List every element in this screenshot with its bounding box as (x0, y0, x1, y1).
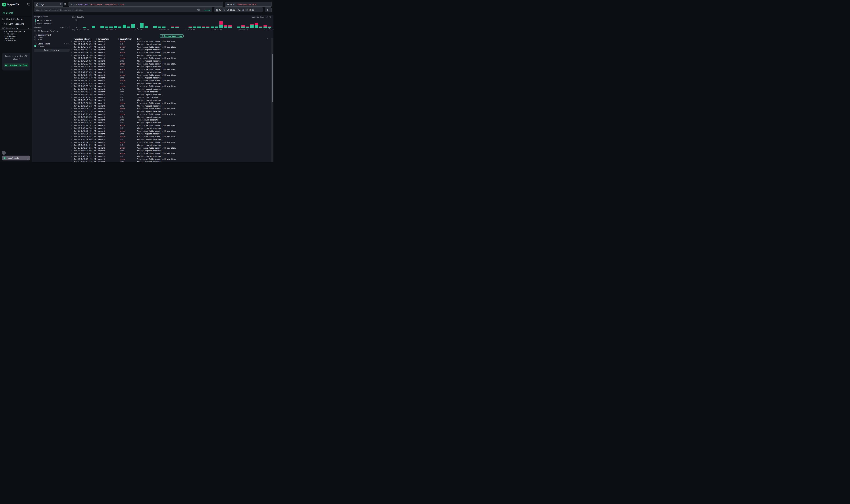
table-row[interactable]: ›May 15 1:42:05.450 PMpaymentinfoCharge … (70, 71, 271, 74)
table-row[interactable]: ›May 15 1:40:44.563 PMpaymenterrorVisa c… (70, 124, 271, 127)
column-header-body[interactable]: Body (137, 38, 141, 40)
table-menu-icon[interactable] (267, 38, 268, 40)
row-expand-chevron-icon[interactable]: › (71, 83, 72, 84)
row-expand-chevron-icon[interactable]: › (71, 113, 72, 115)
table-row[interactable]: ›May 15 1:41:53.260 PMpaymentinfoCharge … (70, 93, 271, 96)
row-expand-chevron-icon[interactable]: › (71, 77, 72, 79)
run-query-button[interactable] (265, 7, 272, 12)
table-row[interactable]: ›May 15 1:42:13.055 PMpaymenterrorVisa c… (70, 62, 271, 66)
row-expand-chevron-icon[interactable]: › (71, 43, 72, 45)
table-row[interactable]: ›May 15 1:42:01.814 PMpaymentinfoCharge … (70, 82, 271, 85)
row-expand-chevron-icon[interactable]: › (71, 111, 72, 112)
row-expand-chevron-icon[interactable]: › (71, 152, 72, 154)
table-row[interactable]: ›May 15 1:40:44.546 PMpaymentinfoCharge … (70, 127, 271, 130)
table-row[interactable]: ›May 15 1:41:47.766 PMpaymentinfoCharge … (70, 99, 271, 102)
language-toggle[interactable]: SQL | Lucene (197, 9, 210, 11)
table-row[interactable]: ›May 15 1:42:50.843 PMpaymenterrorVisa c… (70, 40, 271, 43)
table-row[interactable]: ›May 15 1:41:57.183 PMpaymenterrorVisa c… (70, 85, 271, 88)
row-expand-chevron-icon[interactable]: › (71, 116, 72, 118)
search-input[interactable] (34, 8, 212, 12)
mode-event-patterns[interactable]: Event Patterns (35, 22, 68, 25)
row-expand-chevron-icon[interactable]: › (71, 158, 72, 160)
row-expand-chevron-icon[interactable]: › (71, 147, 72, 149)
table-row[interactable]: ›May 15 1:42:26.920 PMpaymentinfoCharge … (70, 60, 271, 62)
table-row[interactable]: ›May 15 1:41:14.373 PMpaymentinfoTransac… (70, 119, 271, 121)
filter-option-error[interactable]: error (38, 36, 43, 38)
row-expand-chevron-icon[interactable]: › (71, 161, 72, 162)
column-header-timestamp[interactable]: Timestamp (Local) (74, 38, 91, 40)
table-row[interactable]: ›May 15 1:40:24.219 PMpaymenterrorVisa c… (70, 141, 271, 144)
sidebar-item-search[interactable]: Search (0, 11, 33, 15)
collapse-sidebar-icon[interactable] (27, 3, 30, 6)
row-expand-chevron-icon[interactable]: › (71, 88, 72, 90)
gear-icon[interactable]: ⚙ (64, 3, 66, 5)
row-expand-chevron-icon[interactable]: › (71, 69, 72, 70)
table-row[interactable]: ›May 15 1:40:26.445 PMpaymenterrorVisa c… (70, 135, 271, 138)
table-row[interactable]: ›May 15 1:42:01.824 PMpaymenterrorVisa c… (70, 79, 271, 82)
row-expand-chevron-icon[interactable]: › (71, 80, 72, 82)
table-row[interactable]: ›May 15 1:42:43.360 PMpaymenterrorVisa c… (70, 46, 271, 49)
table-row[interactable]: ›May 15 1:41:25.373 PMpaymenterrorVisa c… (70, 107, 271, 110)
table-row[interactable]: ›May 15 1:40:07.413 PMpaymenterrorVisa c… (70, 158, 271, 161)
order-by-input[interactable]: ORDER BY TimestampTime DESC (225, 2, 272, 7)
row-expand-chevron-icon[interactable]: › (71, 96, 72, 98)
table-row[interactable]: ›May 15 1:42:04.376 PMpaymentinfoCharge … (70, 76, 271, 79)
create-dashboard-button[interactable]: + Create Dashboard (4, 31, 25, 33)
source-select[interactable]: Logs (34, 2, 63, 7)
user-menu[interactable]: U Local mode (2, 156, 30, 160)
row-expand-chevron-icon[interactable]: › (71, 141, 72, 143)
table-row[interactable]: ›May 15 1:40:10.601 PMpaymenterrorVisa c… (70, 152, 271, 155)
table-row[interactable]: ›May 15 1:40:24.214 PMpaymentinfoCharge … (70, 144, 271, 147)
table-row[interactable]: ›May 15 1:41:14.361 PMpaymentinfoCharge … (70, 121, 271, 124)
table-row[interactable]: ›May 15 1:40:38.466 PMpaymenterrorVisa c… (70, 130, 271, 132)
table-row[interactable]: ›May 15 1:40:07.410 PMpaymentinfoCharge … (70, 161, 271, 162)
denoise-checkbox[interactable] (34, 30, 36, 32)
row-expand-chevron-icon[interactable]: › (71, 63, 72, 65)
lucene-toggle[interactable]: Lucene (204, 9, 210, 11)
scrollbar-thumb[interactable] (272, 54, 273, 102)
filter-checkbox-payment[interactable] (34, 45, 36, 47)
row-expand-chevron-icon[interactable]: › (71, 125, 72, 126)
row-expand-chevron-icon[interactable]: › (71, 122, 72, 124)
table-row[interactable]: ›May 15 1:41:47.823 PMpaymentinfoTransac… (70, 96, 271, 99)
row-expand-chevron-icon[interactable]: › (71, 52, 72, 53)
row-expand-chevron-icon[interactable]: › (71, 57, 72, 59)
sidebar-item-client-sessions[interactable]: Client Sessions (0, 22, 33, 26)
table-row[interactable]: ›May 15 1:40:14.505 PMpaymentinfoCharge … (70, 149, 271, 152)
mode-results-table[interactable]: Results Table (35, 19, 68, 22)
table-row[interactable]: ›May 15 1:40:38.462 PMpaymentinfoCharge … (70, 132, 271, 135)
row-expand-chevron-icon[interactable]: › (71, 136, 72, 138)
table-row[interactable]: ›May 15 1:40:10.597 PMpaymentinfoCharge … (70, 155, 271, 158)
filter-option-payment[interactable]: payment (38, 45, 46, 47)
table-row[interactable]: ›May 15 1:42:43.336 PMpaymentinfoCharge … (70, 49, 271, 51)
row-expand-chevron-icon[interactable]: › (71, 49, 72, 51)
column-header-severitytext[interactable]: SeverityText (120, 38, 132, 40)
get-started-button[interactable]: Get Started for Free (4, 64, 29, 67)
filter-option-info[interactable]: info (38, 38, 42, 41)
table-row[interactable]: ›May 15 1:42:36.188 PMpaymenterrorVisa c… (70, 51, 271, 54)
row-expand-chevron-icon[interactable]: › (71, 139, 72, 140)
time-range-picker[interactable]: May 15 13:32:00 - May 15 13:43:00 (214, 7, 263, 12)
row-expand-chevron-icon[interactable]: › (71, 130, 72, 132)
row-expand-chevron-icon[interactable]: › (71, 105, 72, 107)
table-row[interactable]: ›May 15 1:41:21.678 PMpaymenterrorVisa c… (70, 113, 271, 116)
table-row[interactable]: ›May 15 1:40:26.444 PMpaymentinfoCharge … (70, 138, 271, 141)
row-expand-chevron-icon[interactable]: › (71, 150, 72, 151)
table-row[interactable]: ›May 15 1:40:14.511 PMpaymenterrorVisa c… (70, 147, 271, 149)
table-row[interactable]: ›May 15 1:41:53.274 PMpaymentinfoTransac… (70, 91, 271, 93)
select-query-input[interactable]: SELECT Timestamp, ServiceName, SeverityT… (69, 2, 223, 7)
resume-live-tail-button[interactable]: Resume Live Tail (160, 34, 183, 37)
scrollbar-track[interactable] (271, 38, 273, 162)
row-expand-chevron-icon[interactable]: › (71, 99, 72, 101)
table-row[interactable]: ›May 15 1:41:57.178 PMpaymentinfoCharge … (70, 88, 271, 91)
row-expand-chevron-icon[interactable]: › (71, 94, 72, 95)
column-header-servicename[interactable]: ServiceName (98, 38, 109, 40)
clear-servicename-link[interactable]: Clear (64, 43, 70, 44)
row-expand-chevron-icon[interactable]: › (71, 108, 72, 109)
row-expand-chevron-icon[interactable]: › (71, 102, 72, 104)
sidebar-item-chart-explorer[interactable]: Chart Explorer (0, 17, 33, 22)
table-row[interactable]: ›May 15 1:42:04.392 PMpaymenterrorVisa c… (70, 74, 271, 76)
sidebar-item-dashboards[interactable]: Dashboards (0, 26, 33, 31)
row-expand-chevron-icon[interactable]: › (71, 144, 72, 146)
table-row[interactable]: ›May 15 1:42:05.460 PMpaymenterrorVisa c… (70, 68, 271, 71)
